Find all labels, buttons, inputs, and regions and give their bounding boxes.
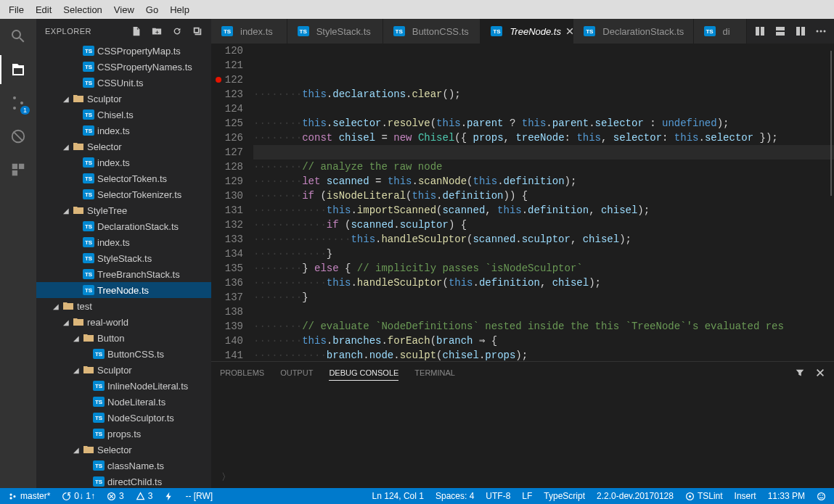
status-ts-version[interactable]: 2.2.0-dev.20170128	[594, 491, 676, 501]
tree-file-index-ts[interactable]: TSindex.ts	[36, 234, 211, 250]
code[interactable]: ········this.declarations.clear();······…	[253, 44, 834, 361]
tree-file-index-ts[interactable]: TSindex.ts	[36, 123, 211, 139]
minimap-scrollbar[interactable]	[830, 51, 832, 196]
tree-folder-button[interactable]: ◢Button	[36, 330, 211, 346]
code-line[interactable]: ········if (isNodeLiteral(this.definitio…	[253, 189, 834, 203]
tree-file-selectortoken-ts[interactable]: TSSelectorToken.ts	[36, 170, 211, 186]
menu-edit[interactable]: Edit	[30, 1, 57, 18]
code-line[interactable]: ········this.branches.forEach(branch ⇒ {	[253, 334, 834, 348]
menu-selection[interactable]: Selection	[57, 1, 107, 18]
file-tree[interactable]: TSCSSPropertyMap.tsTSCSSPropertyNames.ts…	[36, 43, 211, 488]
tree-folder-selector[interactable]: ◢Selector	[36, 139, 211, 154]
search-icon[interactable]	[8, 26, 28, 46]
tree-file-props-ts[interactable]: TSprops.ts	[36, 426, 211, 442]
tree-file-selectortokenizer-ts[interactable]: TSSelectorTokenizer.ts	[36, 186, 211, 202]
tree-file-nodesculptor-ts[interactable]: TSNodeSculptor.ts	[36, 410, 211, 426]
panel-filter-icon[interactable]	[795, 368, 805, 378]
code-line[interactable]: ············if (scanned.sculptor) {	[253, 218, 834, 232]
extensions-icon[interactable]	[8, 160, 28, 180]
explorer-icon[interactable]	[8, 59, 28, 80]
tree-file-directchild-ts[interactable]: TSdirectChild.ts	[36, 474, 211, 488]
tab-buttoncss-ts[interactable]: TSButtonCSS.ts	[383, 19, 481, 44]
status-position[interactable]: Ln 124, Col 1	[370, 491, 426, 501]
console-prompt[interactable]: 〉	[221, 471, 231, 484]
status-sync[interactable]: 0↓ 1↑	[60, 491, 97, 501]
code-line[interactable]: ········this.declarations.clear();	[253, 87, 834, 102]
status-branch[interactable]: master*	[6, 491, 52, 501]
code-line[interactable]	[253, 102, 834, 116]
tree-file-classname-ts[interactable]: TSclassName.ts	[36, 458, 211, 474]
refresh-icon[interactable]	[172, 26, 182, 36]
status-bolt-icon[interactable]	[162, 492, 176, 501]
status-errors[interactable]: 3	[105, 491, 126, 501]
split-vertical-icon[interactable]	[795, 25, 806, 37]
source-control-icon[interactable]: 1	[8, 93, 28, 113]
tab-index-ts[interactable]: TSindex.ts	[211, 19, 287, 44]
close-icon[interactable]	[565, 27, 574, 36]
code-line[interactable]: ············branch.node.sculpt(chisel.pr…	[253, 348, 834, 361]
status-warnings[interactable]: 3	[134, 491, 155, 501]
more-icon[interactable]	[815, 25, 827, 37]
tree-file-buttoncss-ts[interactable]: TSButtonCSS.ts	[36, 346, 211, 362]
status-lint[interactable]: TSLint	[683, 491, 725, 501]
status-spaces[interactable]: Spaces: 4	[433, 491, 476, 501]
menu-file[interactable]: File	[3, 1, 30, 18]
tab-di[interactable]: TSdi	[694, 19, 747, 44]
code-line[interactable]: ················this.handleSculptor(scan…	[253, 232, 834, 247]
new-folder-icon[interactable]	[152, 26, 162, 36]
tree-file-declarationstack-ts[interactable]: TSDeclarationStack.ts	[36, 218, 211, 234]
code-line[interactable]	[253, 305, 834, 319]
tab-declarationstack-ts[interactable]: TSDeclarationStack.ts	[573, 19, 693, 44]
panel-tab-problems[interactable]: PROBLEMS	[220, 365, 264, 381]
new-file-icon[interactable]	[131, 26, 142, 36]
code-line[interactable]: ············this.handleSculptor(this.def…	[253, 276, 834, 290]
code-line[interactable]: ············this.importScanned(scanned, …	[253, 203, 834, 218]
tree-folder-real-world[interactable]: ◢real-world	[36, 314, 211, 330]
tree-file-chisel-ts[interactable]: TSChisel.ts	[36, 107, 211, 123]
code-line[interactable]: ········} else { // implicitly passes `i…	[253, 261, 834, 276]
code-line[interactable]: ········const chisel = new Chisel({ prop…	[253, 131, 834, 145]
tree-file-index-ts[interactable]: TSindex.ts	[36, 154, 211, 170]
tree-folder-selector[interactable]: ◢Selector	[36, 442, 211, 458]
menu-view[interactable]: View	[108, 1, 140, 18]
tree-file-csspropertymap-ts[interactable]: TSCSSPropertyMap.ts	[36, 43, 211, 59]
tree-file-inlinenodeliteral-ts[interactable]: TSInlineNodeLiteral.ts	[36, 378, 211, 394]
tree-file-stylestack-ts[interactable]: TSStyleStack.ts	[36, 250, 211, 266]
tree-file-cssunit-ts[interactable]: TSCSSUnit.ts	[36, 75, 211, 91]
tree-file-treebranchstack-ts[interactable]: TSTreeBranchStack.ts	[36, 266, 211, 282]
menu-help[interactable]: Help	[164, 1, 195, 18]
menu-go[interactable]: Go	[140, 1, 164, 18]
code-line[interactable]: ············}	[253, 247, 834, 261]
editor[interactable]: 1201211221231241251261271281291301311321…	[211, 44, 834, 361]
tree-folder-sculptor[interactable]: ◢Sculptor	[36, 91, 211, 107]
tree-file-nodeliteral-ts[interactable]: TSNodeLiteral.ts	[36, 394, 211, 410]
status-feedback-icon[interactable]	[814, 492, 828, 501]
status-mode[interactable]: Insert	[732, 491, 759, 501]
tree-folder-test[interactable]: ◢test	[36, 298, 211, 314]
code-line[interactable]: ········// evaluate `NodeDefinitions` ne…	[253, 319, 834, 334]
status-encoding[interactable]: UTF-8	[483, 491, 512, 501]
code-line[interactable]: ········}	[253, 290, 834, 305]
code-line[interactable]: ········let scanned = this.scanNode(this…	[253, 174, 834, 189]
compare-icon[interactable]	[754, 25, 766, 37]
panel-tab-terminal[interactable]: TERMINAL	[414, 365, 455, 381]
panel-tab-debug-console[interactable]: DEBUG CONSOLE	[329, 365, 398, 381]
code-line[interactable]: ········// analyze the raw node	[253, 160, 834, 174]
status-language[interactable]: TypeScript	[541, 491, 587, 501]
tree-folder-styletree[interactable]: ◢StyleTree	[36, 202, 211, 218]
tab-treenode-ts[interactable]: TSTreeNode.ts	[481, 19, 573, 44]
status-rw[interactable]: -- [RW]	[183, 491, 215, 501]
tab-stylestack-ts[interactable]: TSStyleStack.ts	[287, 19, 383, 44]
debug-icon[interactable]	[8, 126, 28, 146]
panel-tab-output[interactable]: OUTPUT	[280, 365, 313, 381]
code-line[interactable]	[253, 145, 834, 160]
tree-file-csspropertynames-ts[interactable]: TSCSSPropertyNames.ts	[36, 59, 211, 75]
split-horizontal-icon[interactable]	[774, 25, 786, 37]
panel-body[interactable]: 〉	[211, 384, 834, 488]
status-clock[interactable]: 11:33 PM	[766, 491, 807, 501]
breakpoint-icon[interactable]	[216, 77, 221, 83]
panel-close-icon[interactable]	[815, 368, 825, 378]
tree-folder-sculptor[interactable]: ◢Sculptor	[36, 362, 211, 378]
collapse-all-icon[interactable]	[192, 26, 203, 36]
code-line[interactable]: ········this.selector.resolve(this.paren…	[253, 116, 834, 131]
